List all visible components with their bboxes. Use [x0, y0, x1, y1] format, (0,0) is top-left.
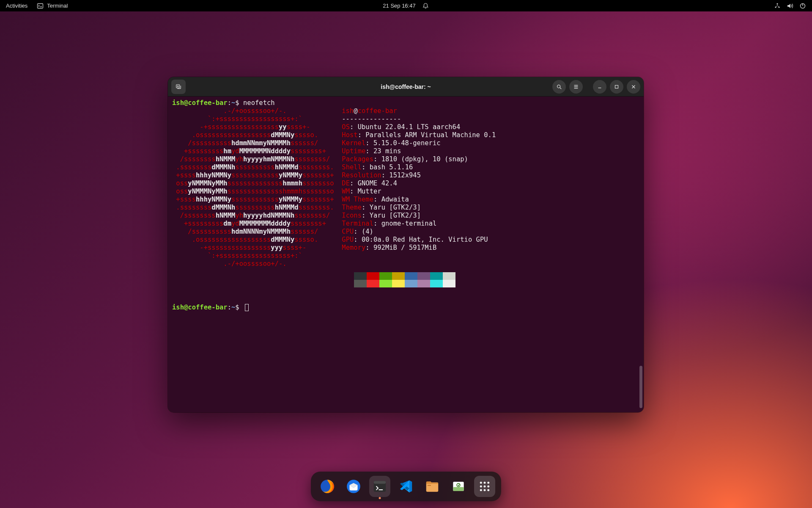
- dock: [311, 472, 501, 501]
- svg-rect-7: [615, 85, 618, 88]
- search-button[interactable]: [552, 80, 566, 94]
- svg-point-22: [487, 486, 489, 488]
- svg-rect-11: [374, 481, 386, 483]
- svg-point-24: [484, 489, 486, 491]
- hamburger-menu-button[interactable]: [569, 80, 583, 94]
- svg-point-23: [480, 489, 482, 491]
- clock[interactable]: 21 Sep 16:47: [383, 3, 415, 9]
- window-title: ish@coffee-bar: ~: [381, 83, 431, 90]
- dock-vscode[interactable]: [395, 476, 417, 497]
- svg-rect-12: [426, 483, 439, 492]
- new-tab-button[interactable]: [171, 80, 186, 94]
- svg-point-21: [484, 486, 486, 488]
- cursor: [245, 304, 249, 311]
- notification-bell-icon[interactable]: [422, 3, 429, 9]
- svg-point-18: [484, 482, 486, 484]
- power-icon[interactable]: [799, 3, 806, 9]
- color-swatches-row2: [354, 280, 639, 287]
- svg-point-17: [480, 482, 482, 484]
- close-button[interactable]: [627, 80, 640, 94]
- running-indicator-dot: [379, 497, 381, 499]
- dock-thunderbird[interactable]: [343, 476, 364, 497]
- color-swatches-row1: [354, 272, 639, 280]
- app-menu[interactable]: Terminal: [37, 3, 68, 9]
- svg-point-19: [487, 482, 489, 484]
- svg-rect-13: [428, 485, 431, 486]
- gnome-top-bar: Activities Terminal 21 Sep 16:47: [0, 0, 812, 11]
- svg-point-6: [557, 85, 560, 88]
- scrollbar-thumb[interactable]: [639, 366, 642, 408]
- dock-software[interactable]: [448, 476, 469, 497]
- svg-point-1: [776, 3, 778, 4]
- app-menu-label: Terminal: [47, 3, 68, 9]
- activities-button[interactable]: Activities: [6, 3, 27, 9]
- volume-icon[interactable]: [787, 3, 793, 9]
- window-titlebar[interactable]: ish@coffee-bar: ~: [168, 77, 644, 97]
- dock-terminal[interactable]: [369, 476, 390, 497]
- terminal-icon: [37, 3, 44, 9]
- network-icon[interactable]: [774, 3, 781, 9]
- svg-rect-15: [453, 487, 464, 491]
- terminal-window: ish@coffee-bar: ~ ish@coffee-bar:~$ neof…: [168, 77, 644, 412]
- maximize-button[interactable]: [610, 80, 623, 94]
- dock-files[interactable]: [422, 476, 443, 497]
- dock-firefox[interactable]: [317, 476, 338, 497]
- minimize-button[interactable]: [593, 80, 606, 94]
- dock-show-applications[interactable]: [474, 476, 495, 497]
- svg-point-25: [487, 489, 489, 491]
- svg-point-20: [480, 486, 482, 488]
- svg-rect-0: [38, 3, 43, 8]
- terminal-output[interactable]: ish@coffee-bar:~$ neofetch .-/+oossssoo+…: [168, 97, 644, 412]
